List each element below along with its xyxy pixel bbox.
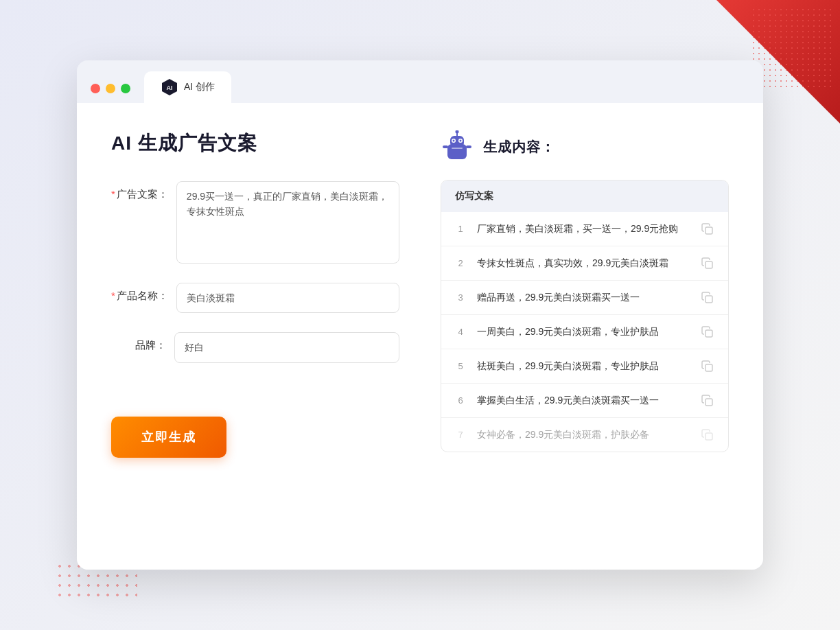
result-text: 赠品再送，29.9元美白淡斑霜买一送一 (477, 290, 690, 305)
left-panel: AI 生成广告文案 广告文案： 产品名称： 品牌： 立即生成 (111, 130, 399, 542)
result-number: 6 (455, 395, 466, 406)
copy-icon[interactable] (701, 360, 714, 373)
copy-icon[interactable] (701, 291, 714, 305)
title-bar: AI AI 创作 (77, 60, 763, 103)
svg-rect-19 (705, 433, 712, 440)
ai-tab-icon: AI (161, 78, 178, 96)
product-name-group: 产品名称： (111, 283, 399, 313)
copy-icon[interactable] (701, 257, 714, 270)
results-container: 仿写文案 1厂家直销，美白淡斑霜，买一送一，29.9元抢购 2专抹女性斑点，真实… (441, 180, 729, 452)
result-text: 厂家直销，美白淡斑霜，买一送一，29.9元抢购 (477, 222, 690, 236)
result-text: 一周美白，29.9元美白淡斑霜，专业护肤品 (477, 325, 690, 339)
copy-icon[interactable] (701, 325, 714, 339)
main-content: AI 生成广告文案 广告文案： 产品名称： 品牌： 立即生成 (77, 103, 763, 570)
result-number: 4 (455, 327, 466, 337)
brand-input[interactable] (174, 332, 399, 362)
results-list: 1厂家直销，美白淡斑霜，买一送一，29.9元抢购 2专抹女性斑点，真实功效，29… (441, 212, 728, 452)
result-item: 3赠品再送，29.9元美白淡斑霜买一送一 (441, 281, 728, 315)
svg-rect-11 (443, 145, 448, 148)
right-header: 生成内容： (441, 130, 729, 163)
browser-window: AI AI 创作 AI 生成广告文案 广告文案： 产品名称： 品牌： (77, 60, 763, 570)
robot-icon (441, 130, 474, 163)
right-title: 生成内容： (483, 138, 555, 156)
result-item: 1厂家直销，美白淡斑霜，买一送一，29.9元抢购 (441, 212, 728, 246)
page-title: AI 生成广告文案 (111, 130, 399, 156)
ad-copy-group: 广告文案： (111, 181, 399, 264)
svg-rect-12 (466, 145, 471, 148)
product-name-label: 产品名称： (111, 283, 168, 303)
svg-point-9 (456, 130, 459, 134)
ad-copy-input[interactable] (176, 181, 399, 264)
ai-tab[interactable]: AI AI 创作 (144, 71, 231, 103)
copy-icon[interactable] (701, 428, 714, 442)
result-number: 2 (455, 258, 466, 268)
result-number: 5 (455, 361, 466, 371)
generate-button[interactable]: 立即生成 (111, 417, 226, 458)
result-item: 6掌握美白生活，29.9元美白淡斑霜买一送一 (441, 384, 728, 418)
svg-rect-10 (452, 148, 463, 149)
result-item: 2专抹女性斑点，真实功效，29.9元美白淡斑霜 (441, 246, 728, 281)
svg-text:AI: AI (167, 84, 173, 91)
result-number: 7 (455, 430, 466, 440)
result-item: 4一周美白，29.9元美白淡斑霜，专业护肤品 (441, 315, 728, 349)
svg-rect-14 (705, 261, 712, 268)
result-item: 7女神必备，29.9元美白淡斑霜，护肤必备 (441, 418, 728, 452)
copy-icon[interactable] (701, 394, 714, 408)
result-text: 掌握美白生活，29.9元美白淡斑霜买一送一 (477, 393, 690, 408)
brand-label: 品牌： (111, 332, 166, 352)
svg-rect-18 (705, 399, 712, 406)
maximize-button[interactable] (121, 84, 130, 93)
right-panel: 生成内容： 仿写文案 1厂家直销，美白淡斑霜，买一送一，29.9元抢购 2专抹女… (441, 130, 729, 542)
svg-rect-15 (705, 296, 712, 303)
svg-rect-16 (705, 330, 712, 337)
result-number: 1 (455, 224, 466, 234)
svg-point-7 (460, 140, 462, 142)
minimize-button[interactable] (106, 84, 115, 93)
ad-copy-label: 广告文案： (111, 181, 168, 201)
svg-point-6 (453, 140, 455, 142)
result-number: 3 (455, 292, 466, 303)
svg-rect-17 (705, 364, 712, 371)
brand-group: 品牌： (111, 332, 399, 362)
results-header: 仿写文案 (441, 180, 728, 212)
result-text: 祛斑美白，29.9元美白淡斑霜，专业护肤品 (477, 359, 690, 373)
result-item: 5祛斑美白，29.9元美白淡斑霜，专业护肤品 (441, 349, 728, 384)
result-text: 专抹女性斑点，真实功效，29.9元美白淡斑霜 (477, 256, 690, 270)
window-controls (91, 84, 130, 103)
result-text: 女神必备，29.9元美白淡斑霜，护肤必备 (477, 428, 690, 442)
product-name-input[interactable] (176, 283, 399, 313)
svg-rect-13 (705, 227, 712, 234)
copy-icon[interactable] (701, 222, 714, 236)
tab-label: AI 创作 (184, 81, 215, 93)
close-button[interactable] (91, 84, 100, 93)
bg-decoration-dots-top (751, 7, 833, 89)
